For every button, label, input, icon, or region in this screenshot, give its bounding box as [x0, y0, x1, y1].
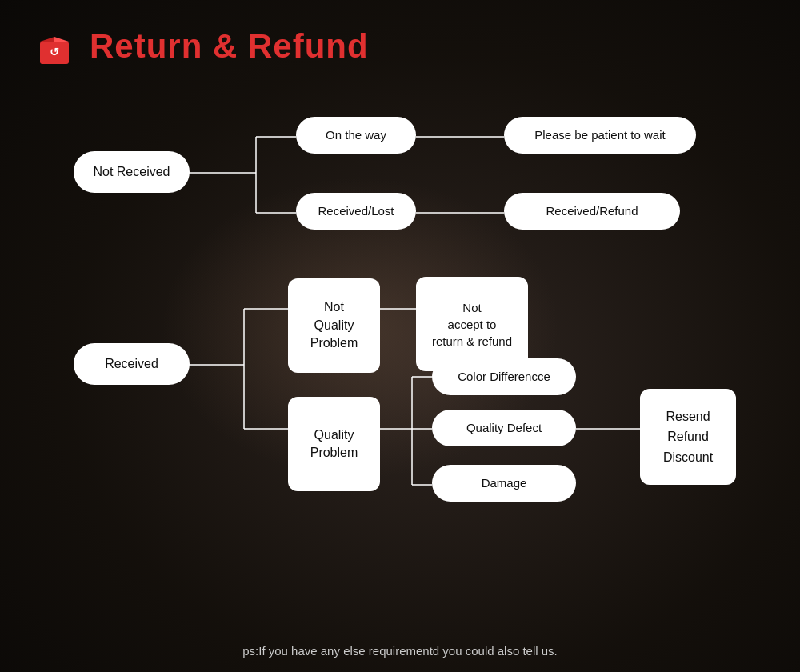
svg-text:↺: ↺ — [50, 46, 59, 58]
received-box: Received — [74, 343, 190, 385]
resend-refund-discount-box: Resend Refund Discount — [640, 389, 736, 485]
header: ↺ Return & Refund — [32, 24, 768, 69]
on-the-way-box: On the way — [296, 117, 416, 154]
color-difference-box: Color Differencce — [432, 358, 576, 395]
main-content: ↺ Return & Refund — [0, 0, 800, 672]
please-wait-box: Please be patient to wait — [504, 117, 696, 154]
not-accept-box: Not accept to return & refund — [416, 277, 528, 371]
svg-marker-1 — [40, 37, 54, 42]
svg-marker-2 — [54, 37, 69, 42]
page-title: Return & Refund — [90, 27, 369, 66]
diagram-container: Not Received On the way Received/Lost Pl… — [32, 93, 768, 589]
quality-defect-box: Quality Defect — [432, 410, 576, 446]
quality-problem-box: Quality Problem — [288, 397, 380, 491]
package-return-icon: ↺ — [32, 24, 77, 69]
received-lost-box: Received/Lost — [296, 193, 416, 230]
not-quality-problem-box: Not Quality Problem — [288, 278, 380, 373]
not-received-box: Not Received — [74, 151, 190, 193]
footer-note: ps:If you have any else requirementd you… — [0, 644, 800, 658]
damage-box: Damage — [432, 465, 576, 502]
received-refund-box: Received/Refund — [504, 193, 680, 230]
